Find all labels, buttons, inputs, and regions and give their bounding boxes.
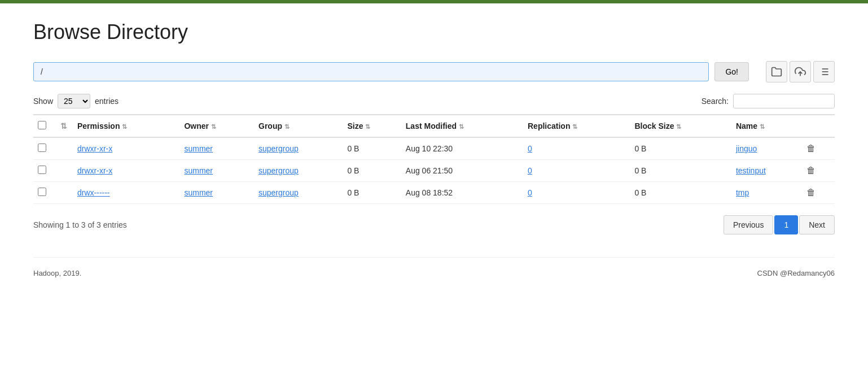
row-last-modified: Aug 10 22:30 — [401, 137, 523, 160]
go-button[interactable]: Go! — [714, 62, 749, 81]
search-label: Search: — [702, 97, 729, 106]
list-icon-button[interactable] — [813, 61, 835, 82]
directory-table: ⇅ Permission Owner Group Size Last Modif… — [33, 114, 835, 204]
showing-info: Showing 1 to 3 of 3 entries — [33, 220, 127, 229]
row-replication[interactable]: 0 — [523, 137, 630, 160]
row-checkbox-cell — [33, 137, 56, 160]
col-group[interactable]: Group — [254, 115, 343, 137]
table-row: drwxr-xr-x summer supergroup 0 B Aug 06 … — [33, 160, 835, 182]
replication-link-2[interactable]: 0 — [528, 188, 532, 197]
col-checkbox — [33, 115, 56, 137]
row-size: 0 B — [343, 160, 401, 182]
row-owner[interactable]: summer — [179, 182, 254, 204]
row-checkbox-cell — [33, 160, 56, 182]
permission-link-2[interactable]: drwx------ — [77, 188, 110, 197]
pagination: Showing 1 to 3 of 3 entries Previous 1 N… — [33, 215, 835, 234]
previous-button[interactable]: Previous — [724, 215, 773, 234]
row-owner[interactable]: summer — [179, 160, 254, 182]
entries-label: entries — [95, 97, 119, 106]
pagination-buttons: Previous 1 Next — [724, 215, 835, 234]
row-size: 0 B — [343, 137, 401, 160]
col-block-size[interactable]: Block Size — [630, 115, 731, 137]
path-input[interactable] — [33, 62, 709, 81]
col-name[interactable]: Name — [731, 115, 802, 137]
col-size[interactable]: Size — [343, 115, 401, 137]
row-checkbox-cell — [33, 182, 56, 204]
path-bar: Go! — [33, 61, 835, 82]
row-checkbox-1[interactable] — [38, 166, 46, 174]
footer-left: Hadoop, 2019. — [33, 269, 81, 277]
row-delete-cell[interactable]: 🗑 — [802, 182, 835, 204]
delete-icon-0[interactable]: 🗑 — [806, 144, 816, 153]
select-all-checkbox[interactable] — [38, 121, 46, 129]
upload-icon-button[interactable] — [790, 61, 811, 82]
name-link-2[interactable]: tmp — [736, 188, 749, 197]
permission-link-0[interactable]: drwxr-xr-x — [77, 144, 112, 153]
row-group[interactable]: supergroup — [254, 137, 343, 160]
col-last-modified[interactable]: Last Modified — [401, 115, 523, 137]
table-header-row: ⇅ Permission Owner Group Size Last Modif… — [33, 115, 835, 137]
search-bar: Search: — [702, 94, 835, 108]
row-checkbox-2[interactable] — [38, 188, 46, 196]
row-block-size: 0 B — [630, 160, 731, 182]
folder-icon-button[interactable] — [766, 61, 787, 82]
replication-link-1[interactable]: 0 — [528, 166, 532, 175]
row-permission[interactable]: drwxr-xr-x — [73, 160, 179, 182]
col-replication[interactable]: Replication — [523, 115, 630, 137]
row-last-modified: Aug 08 18:52 — [401, 182, 523, 204]
page-title: Browse Directory — [33, 20, 835, 44]
page-1-button[interactable]: 1 — [774, 215, 798, 234]
row-block-size: 0 B — [630, 137, 731, 160]
show-label: Show — [33, 97, 53, 106]
delete-icon-1[interactable]: 🗑 — [806, 166, 816, 175]
row-owner[interactable]: summer — [179, 137, 254, 160]
replication-link-0[interactable]: 0 — [528, 144, 532, 153]
owner-link-1[interactable]: summer — [184, 166, 213, 175]
col-permission[interactable]: Permission — [73, 115, 179, 137]
col-owner[interactable]: Owner — [179, 115, 254, 137]
name-link-0[interactable]: jinguo — [736, 144, 757, 153]
name-link-1[interactable]: testinput — [736, 166, 766, 175]
footer-right: CSDN @Redamancy06 — [757, 269, 835, 277]
table-controls: Show 10 25 50 100 entries Search: — [33, 94, 835, 108]
show-entries: Show 10 25 50 100 entries — [33, 94, 119, 108]
row-replication[interactable]: 0 — [523, 182, 630, 204]
table-row: drwxr-xr-x summer supergroup 0 B Aug 10 … — [33, 137, 835, 160]
row-name[interactable]: tmp — [731, 182, 802, 204]
row-group[interactable]: supergroup — [254, 182, 343, 204]
col-sort[interactable]: ⇅ — [56, 115, 73, 137]
row-permission[interactable]: drwx------ — [73, 182, 179, 204]
owner-link-0[interactable]: summer — [184, 144, 213, 153]
row-name[interactable]: testinput — [731, 160, 802, 182]
icon-buttons — [766, 61, 835, 82]
row-sort-cell — [56, 137, 73, 160]
row-last-modified: Aug 06 21:50 — [401, 160, 523, 182]
table-row: drwx------ summer supergroup 0 B Aug 08 … — [33, 182, 835, 204]
row-delete-cell[interactable]: 🗑 — [802, 137, 835, 160]
row-block-size: 0 B — [630, 182, 731, 204]
next-button[interactable]: Next — [799, 215, 835, 234]
row-delete-cell[interactable]: 🗑 — [802, 160, 835, 182]
group-link-1[interactable]: supergroup — [258, 166, 299, 175]
row-replication[interactable]: 0 — [523, 160, 630, 182]
row-permission[interactable]: drwxr-xr-x — [73, 137, 179, 160]
row-sort-cell — [56, 182, 73, 204]
col-actions — [802, 115, 835, 137]
search-input[interactable] — [733, 94, 835, 108]
row-name[interactable]: jinguo — [731, 137, 802, 160]
delete-icon-2[interactable]: 🗑 — [806, 188, 816, 197]
row-checkbox-0[interactable] — [38, 144, 46, 152]
footer: Hadoop, 2019. CSDN @Redamancy06 — [33, 257, 835, 277]
group-link-2[interactable]: supergroup — [258, 188, 299, 197]
row-size: 0 B — [343, 182, 401, 204]
row-group[interactable]: supergroup — [254, 160, 343, 182]
group-link-0[interactable]: supergroup — [258, 144, 299, 153]
entries-select[interactable]: 10 25 50 100 — [58, 94, 90, 108]
row-sort-cell — [56, 160, 73, 182]
owner-link-2[interactable]: summer — [184, 188, 213, 197]
permission-link-1[interactable]: drwxr-xr-x — [77, 166, 112, 175]
